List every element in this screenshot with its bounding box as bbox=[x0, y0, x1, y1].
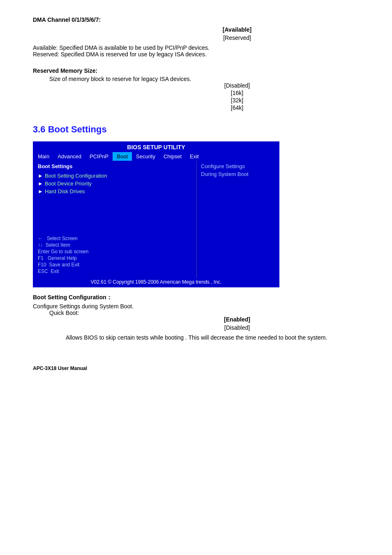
bios-footer: V02.61 © Copyright 1985-2006 American Me… bbox=[34, 278, 279, 287]
bios-left-header: Boot Settings bbox=[38, 163, 192, 169]
arrow-icon-2: ► bbox=[38, 180, 43, 187]
shortcut-desc-f10: Save and Exit bbox=[49, 262, 79, 268]
bios-menu-main[interactable]: Main bbox=[34, 152, 53, 161]
page-footer: APC-3X18 User Manual bbox=[33, 365, 359, 371]
quick-boot-desc: Allows BIOS to skip certain tests while … bbox=[66, 334, 359, 341]
bios-entry-boot-device[interactable]: ► Boot Device Priority bbox=[38, 180, 192, 187]
shortcut-desc-2: Select Item bbox=[46, 242, 70, 248]
dma-desc2: Reserved: Specified DMA is reserved for … bbox=[33, 51, 359, 58]
quick-boot-enabled: [Enabled] bbox=[115, 316, 359, 323]
bios-menu-exit[interactable]: Exit bbox=[186, 152, 203, 161]
shortcut-desc-f1: General Help bbox=[48, 255, 77, 261]
bios-help-line1: Configure Settings bbox=[201, 163, 274, 169]
shortcut-esc: ESC Exit bbox=[38, 268, 192, 274]
reserved-option-16k: [16k] bbox=[115, 90, 359, 96]
bios-menu-advanced[interactable]: Advanced bbox=[53, 152, 85, 161]
bios-entry-label-2: Boot Device Priority bbox=[45, 180, 92, 187]
footer-label: APC-3X18 User Manual bbox=[33, 365, 359, 371]
bios-shortcuts: ← Select Screen ↑↓ Select Item Enter Go … bbox=[38, 236, 192, 274]
quick-boot-disabled: [Disabled] bbox=[115, 324, 359, 331]
shortcut-key-f1: F1 bbox=[38, 255, 46, 261]
shortcut-select-screen: ← Select Screen bbox=[38, 236, 192, 241]
shortcut-desc-1: Select Screen bbox=[47, 236, 78, 241]
reserved-option-disabled: [Disabled] bbox=[115, 82, 359, 89]
bios-entry-label-1: Boot Setting Configuration bbox=[45, 173, 107, 179]
bios-help-line2: During System Boot bbox=[201, 171, 274, 177]
dma-desc1: Available: Specified DMA is available to… bbox=[33, 44, 359, 51]
bios-body: Boot Settings ► Boot Setting Configurati… bbox=[34, 161, 279, 278]
bios-menu-security[interactable]: Security bbox=[132, 152, 159, 161]
shortcut-key-1: ← bbox=[38, 236, 46, 241]
reserved-memory-desc: Size of memory block to reserve for lega… bbox=[49, 76, 359, 82]
reserved-memory-title: Reserved Memory Size: bbox=[33, 67, 359, 74]
bios-menu-bar: Main Advanced PCIPnP Boot Security Chips… bbox=[34, 152, 279, 161]
bios-menu-boot[interactable]: Boot bbox=[113, 152, 132, 161]
shortcut-key-2: ↑↓ bbox=[38, 242, 44, 248]
dma-section: DMA Channel 0/1/3/5/6/7: [Available] [Re… bbox=[33, 16, 359, 58]
bios-left-panel: Boot Settings ► Boot Setting Configurati… bbox=[34, 161, 196, 278]
bios-entry-label-3: Hard Disk Drives bbox=[45, 188, 85, 194]
bios-container: BIOS SETUP UTILITY Main Advanced PCIPnP … bbox=[33, 141, 279, 287]
bios-menu-chipset[interactable]: Chipset bbox=[159, 152, 186, 161]
shortcut-select-item: ↑↓ Select Item bbox=[38, 242, 192, 248]
bios-entry-boot-setting[interactable]: ► Boot Setting Configuration bbox=[38, 173, 192, 179]
dma-option-available: [Available] bbox=[115, 26, 359, 33]
reserved-memory-section: Reserved Memory Size: Size of memory blo… bbox=[33, 67, 359, 111]
quick-boot-label: Quick Boot: bbox=[49, 310, 359, 316]
bios-entry-hard-disk[interactable]: ► Hard Disk Drives bbox=[38, 188, 192, 194]
bios-right-panel: Configure Settings During System Boot bbox=[196, 161, 279, 278]
reserved-option-64k: [64k] bbox=[115, 104, 359, 111]
dma-option-reserved: [Reserved] bbox=[115, 35, 359, 41]
boot-settings-section: 3.6 Boot Settings BIOS SETUP UTILITY Mai… bbox=[33, 124, 359, 341]
arrow-icon: ► bbox=[38, 173, 43, 179]
boot-setting-config-section: Boot Setting Configuration： Configure Se… bbox=[33, 294, 359, 341]
bios-menu-pciplnp[interactable]: PCIPnP bbox=[85, 152, 113, 161]
boot-setting-config-heading: Boot Setting Configuration： bbox=[33, 294, 359, 301]
dma-title: DMA Channel 0/1/3/5/6/7: bbox=[33, 16, 359, 23]
reserved-option-32k: [32k] bbox=[115, 97, 359, 104]
shortcut-desc-esc: Exit bbox=[51, 268, 59, 274]
boot-setting-config-desc: Configure Settings during System Boot. bbox=[33, 303, 359, 310]
arrow-icon-3: ► bbox=[38, 188, 43, 194]
shortcut-key-esc: ESC bbox=[38, 268, 49, 274]
shortcut-key-f10: F10 bbox=[38, 262, 48, 268]
section-title: 3.6 Boot Settings bbox=[33, 124, 359, 135]
shortcut-desc-enter: Enter Go to sub screen bbox=[38, 249, 88, 254]
bios-title-bar: BIOS SETUP UTILITY bbox=[34, 142, 279, 152]
shortcut-f1: F1 General Help bbox=[38, 255, 192, 261]
shortcut-enter: Enter Go to sub screen bbox=[38, 249, 192, 254]
shortcut-f10: F10 Save and Exit bbox=[38, 262, 192, 268]
